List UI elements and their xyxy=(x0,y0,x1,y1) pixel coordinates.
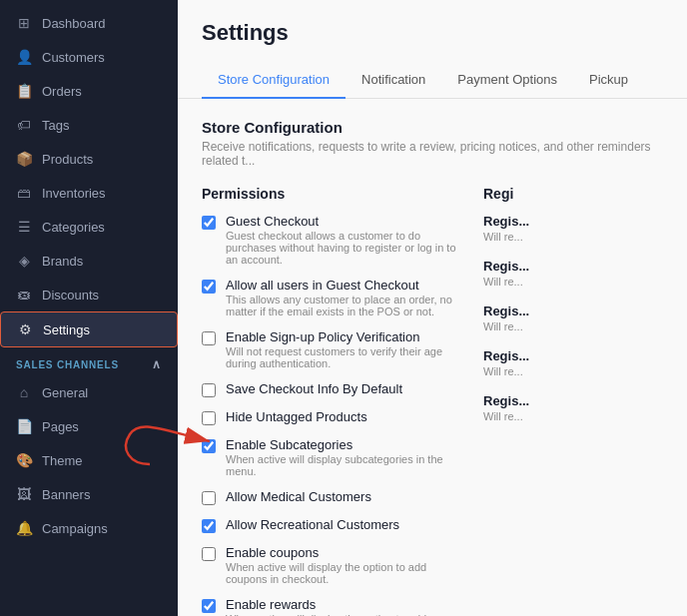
checkbox-input-enable-coupons[interactable] xyxy=(202,547,216,561)
checkbox-desc-enable-subcategories: When active will display subcategories i… xyxy=(226,453,459,477)
reg-desc-1: Will re... xyxy=(483,276,663,288)
checkbox-text-guest-checkout: Guest Checkout Guest checkout allows a c… xyxy=(226,214,459,266)
sidebar-label-inventories: Inventories xyxy=(42,186,106,201)
checkbox-input-allow-all-users[interactable] xyxy=(202,280,216,294)
tab-pickup[interactable]: Pickup xyxy=(573,62,644,99)
sidebar-item-orders[interactable]: 📋 Orders xyxy=(0,74,178,108)
checkbox-text-allow-recreational: Allow Recreational Customers xyxy=(226,517,399,532)
sidebar-label-campaigns: Campaigns xyxy=(42,521,108,536)
sidebar-label-customers: Customers xyxy=(42,50,105,65)
sidebar-item-customers[interactable]: 👤 Customers xyxy=(0,40,178,74)
checkbox-text-save-checkout: Save Checkout Info By Default xyxy=(226,381,402,396)
checkbox-enable-rewards: Enable rewards When active will display … xyxy=(202,597,459,616)
page-title: Settings xyxy=(202,20,663,46)
tags-icon: 🏷 xyxy=(16,117,32,133)
main-content: Settings Store Configuration Notificatio… xyxy=(178,0,687,616)
reg-title-3: Regis... xyxy=(483,348,663,363)
checkbox-input-save-checkout[interactable] xyxy=(202,383,216,397)
checkbox-text-hide-untagged: Hide Untagged Products xyxy=(226,409,367,424)
checkbox-text-enable-subcategories: Enable Subcategories When active will di… xyxy=(226,437,459,477)
sidebar-item-tags[interactable]: 🏷 Tags xyxy=(0,108,178,142)
reg-item-1: Regis... Will re... xyxy=(483,259,663,288)
tabs-bar: Store Configuration Notification Payment… xyxy=(178,62,687,99)
reg-item-2: Regis... Will re... xyxy=(483,304,663,332)
sidebar-item-general[interactable]: ⌂ General xyxy=(0,375,178,409)
customers-icon: 👤 xyxy=(16,49,32,65)
sidebar-label-orders: Orders xyxy=(42,84,82,99)
dashboard-icon: ⊞ xyxy=(16,15,32,31)
sidebar-label-banners: Banners xyxy=(42,487,90,502)
inventories-icon: 🗃 xyxy=(16,185,32,201)
sidebar-item-brands[interactable]: ◈ Brands xyxy=(0,244,178,278)
reg-item-3: Regis... Will re... xyxy=(483,348,663,377)
sidebar-label-general: General xyxy=(42,385,88,400)
checkbox-desc-allow-all-users: This allows any customer to place an ord… xyxy=(226,294,459,317)
checkbox-label-enable-coupons: Enable coupons xyxy=(226,545,459,560)
checkbox-input-enable-subcategories[interactable] xyxy=(202,439,216,453)
checkbox-text-enable-coupons: Enable coupons When active will display … xyxy=(226,545,459,585)
checkbox-input-hide-untagged[interactable] xyxy=(202,411,216,425)
checkbox-label-guest-checkout: Guest Checkout xyxy=(226,214,459,229)
checkbox-label-allow-medical: Allow Medical Customers xyxy=(226,489,371,504)
discounts-icon: 🎟 xyxy=(16,287,32,303)
sidebar-label-dashboard: Dashboard xyxy=(42,16,106,31)
chevron-up-icon[interactable]: ∧ xyxy=(152,357,162,371)
checkbox-hide-untagged: Hide Untagged Products xyxy=(202,409,459,425)
checkbox-input-allow-medical[interactable] xyxy=(202,491,216,505)
sidebar-item-products[interactable]: 📦 Products xyxy=(0,142,178,176)
sidebar-label-brands: Brands xyxy=(42,254,83,269)
sidebar-item-discounts[interactable]: 🎟 Discounts xyxy=(0,278,178,311)
reg-title-1: Regis... xyxy=(483,259,663,274)
checkbox-input-signup-policy[interactable] xyxy=(202,331,216,345)
checkbox-enable-coupons: Enable coupons When active will display … xyxy=(202,545,459,585)
general-icon: ⌂ xyxy=(16,384,32,400)
checkbox-label-save-checkout: Save Checkout Info By Default xyxy=(226,381,402,396)
checkbox-desc-enable-coupons: When active will display the option to a… xyxy=(226,561,459,585)
checkbox-signup-policy: Enable Sign-up Policy Verification Will … xyxy=(202,329,459,369)
reg-desc-0: Will re... xyxy=(483,231,663,243)
two-column-layout: Permissions Guest Checkout Guest checkou… xyxy=(202,186,663,616)
checkbox-input-allow-recreational[interactable] xyxy=(202,519,216,533)
sidebar-item-inventories[interactable]: 🗃 Inventories xyxy=(0,176,178,210)
sidebar-item-settings[interactable]: ⚙ Settings xyxy=(0,311,178,347)
sidebar-label-discounts: Discounts xyxy=(42,288,99,303)
registration-title: Regi xyxy=(483,186,663,202)
sidebar-item-banners[interactable]: 🖼 Banners xyxy=(0,477,178,511)
categories-icon: ☰ xyxy=(16,219,32,235)
sidebar-item-dashboard[interactable]: ⊞ Dashboard xyxy=(0,6,178,40)
permissions-title: Permissions xyxy=(202,186,459,202)
checkbox-input-enable-rewards[interactable] xyxy=(202,599,216,613)
checkbox-desc-signup-policy: Will not request customers to verify the… xyxy=(226,345,459,369)
products-icon: 📦 xyxy=(16,151,32,167)
sidebar-label-categories: Categories xyxy=(42,220,105,235)
sidebar-item-pages[interactable]: 📄 Pages xyxy=(0,409,178,443)
tab-payment-options[interactable]: Payment Options xyxy=(441,62,573,99)
checkbox-label-enable-subcategories: Enable Subcategories xyxy=(226,437,459,452)
checkbox-input-guest-checkout[interactable] xyxy=(202,216,216,230)
registration-column: Regi Regis... Will re... Regis... Will r… xyxy=(483,186,663,616)
sidebar-label-settings: Settings xyxy=(43,322,90,337)
sales-channels-section: SALES CHANNELS ∧ xyxy=(0,347,178,375)
sidebar-item-theme[interactable]: 🎨 Theme xyxy=(0,443,178,477)
campaigns-icon: 🔔 xyxy=(16,520,32,536)
reg-title-0: Regis... xyxy=(483,214,663,229)
checkbox-label-signup-policy: Enable Sign-up Policy Verification xyxy=(226,329,459,344)
checkbox-label-hide-untagged: Hide Untagged Products xyxy=(226,409,367,424)
sidebar-item-categories[interactable]: ☰ Categories xyxy=(0,210,178,244)
checkbox-text-allow-all-users: Allow all users in Guest Checkout This a… xyxy=(226,278,459,317)
sidebar: ⊞ Dashboard 👤 Customers 📋 Orders 🏷 Tags … xyxy=(0,0,178,616)
checkbox-guest-checkout: Guest Checkout Guest checkout allows a c… xyxy=(202,214,459,266)
sidebar-item-campaigns[interactable]: 🔔 Campaigns xyxy=(0,511,178,545)
page-header: Settings xyxy=(178,0,687,62)
pages-icon: 📄 xyxy=(16,418,32,434)
checkbox-text-enable-rewards: Enable rewards When active will display … xyxy=(226,597,459,616)
tab-store-configuration[interactable]: Store Configuration xyxy=(202,62,345,99)
sales-channels-label: SALES CHANNELS xyxy=(16,359,119,370)
brands-icon: ◈ xyxy=(16,253,32,269)
checkbox-text-signup-policy: Enable Sign-up Policy Verification Will … xyxy=(226,329,459,369)
sidebar-label-products: Products xyxy=(42,152,93,167)
tab-notification[interactable]: Notification xyxy=(345,62,441,99)
settings-icon: ⚙ xyxy=(17,321,33,337)
sidebar-label-tags: Tags xyxy=(42,118,69,133)
store-config-desc: Receive notifications, requests to write… xyxy=(202,140,663,168)
